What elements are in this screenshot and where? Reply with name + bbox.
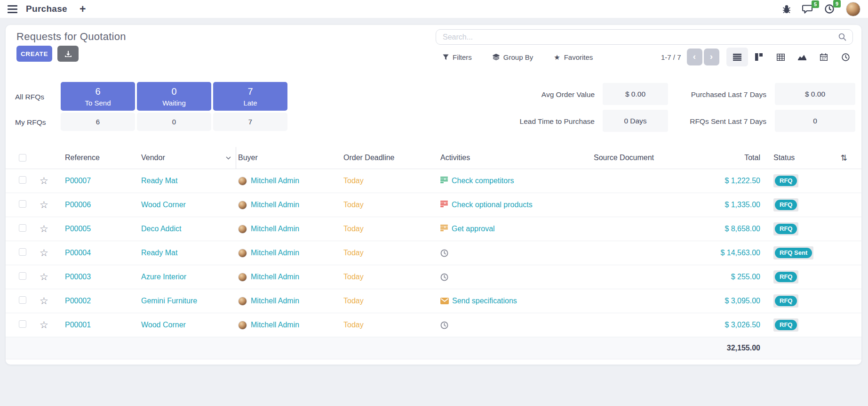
table-row[interactable]: ☆ P00001 Wood Corner Mitchell Admin Toda… — [6, 313, 861, 337]
plus-icon[interactable]: + — [80, 4, 86, 15]
menu-icon[interactable] — [6, 3, 19, 15]
kpi-my-to-send[interactable]: 6 — [61, 113, 135, 131]
favorite-star-icon[interactable]: ☆ — [40, 296, 48, 306]
activity-clock-icon[interactable] — [440, 249, 448, 257]
vendor-link[interactable]: Wood Corner — [139, 201, 236, 209]
create-button[interactable]: CREATE — [16, 46, 52, 62]
activity-label[interactable]: Get approval — [452, 225, 495, 233]
favorite-star-icon[interactable]: ☆ — [40, 176, 48, 186]
table-row[interactable]: ☆ P00007 Ready Mat Mitchell Admin Today … — [6, 169, 861, 193]
activity-list-icon[interactable] — [440, 225, 448, 233]
bug-icon[interactable] — [782, 5, 791, 14]
list-view-button[interactable] — [726, 48, 748, 66]
favorites-button[interactable]: ★ Favorites — [554, 53, 593, 61]
pivot-view-button[interactable] — [770, 48, 791, 66]
buyer-link[interactable]: Mitchell Admin — [251, 321, 299, 329]
reference-link[interactable]: P00003 — [63, 273, 139, 281]
total-amount: $ 14,563.00 — [657, 249, 762, 257]
vendor-link[interactable]: Deco Addict — [139, 225, 236, 233]
select-all-checkbox[interactable] — [19, 154, 26, 162]
buyer-avatar — [238, 321, 247, 330]
kpi-to-send[interactable]: 6 To Send — [61, 82, 135, 111]
vendor-link[interactable]: Ready Mat — [139, 177, 236, 185]
row-checkbox[interactable] — [19, 296, 26, 304]
filters-button[interactable]: Filters — [443, 53, 472, 61]
optional-columns-icon[interactable]: ⇅ — [823, 147, 851, 169]
order-deadline: Today — [342, 177, 438, 185]
vendor-link[interactable]: Ready Mat — [139, 249, 236, 257]
activity-label[interactable]: Check competitors — [452, 177, 514, 185]
favorite-star-icon[interactable]: ☆ — [40, 272, 48, 282]
col-vendor[interactable]: Vendor — [139, 147, 236, 169]
buyer-link[interactable]: Mitchell Admin — [251, 249, 299, 257]
table-row[interactable]: ☆ P00005 Deco Addict Mitchell Admin Toda… — [6, 217, 861, 241]
table-row[interactable]: ☆ P00002 Gemini Furniture Mitchell Admin… — [6, 289, 861, 313]
buyer-link[interactable]: Mitchell Admin — [251, 177, 299, 185]
search-icon[interactable] — [838, 33, 846, 41]
row-checkbox[interactable] — [19, 224, 26, 232]
favorite-star-icon[interactable]: ☆ — [40, 248, 48, 258]
kpi-my-late[interactable]: 7 — [213, 113, 287, 131]
buyer-link[interactable]: Mitchell Admin — [251, 297, 299, 305]
vendor-link[interactable]: Gemini Furniture — [139, 297, 236, 305]
search-input[interactable] — [436, 33, 838, 41]
vendor-link[interactable]: Azure Interior — [139, 273, 236, 281]
table-row[interactable]: ☆ P00006 Wood Corner Mitchell Admin Toda… — [6, 193, 861, 217]
calendar-view-button[interactable] — [813, 48, 835, 66]
vendor-link[interactable]: Wood Corner — [139, 321, 236, 329]
pivot-view-icon — [777, 54, 785, 61]
kanban-view-button[interactable] — [748, 48, 770, 66]
row-checkbox[interactable] — [19, 200, 26, 208]
col-source[interactable]: Source Document — [591, 147, 657, 169]
messages-badge: 5 — [812, 0, 819, 8]
messages-icon[interactable]: 5 — [802, 4, 813, 14]
group-by-button[interactable]: Group By — [493, 53, 533, 61]
pager-prev-button[interactable]: ‹ — [687, 49, 702, 65]
col-activities[interactable]: Activities — [438, 147, 591, 169]
kpi-waiting-label: Waiting — [137, 97, 211, 107]
activity-clock-icon[interactable] — [440, 321, 448, 329]
export-button[interactable] — [57, 46, 79, 62]
col-buyer[interactable]: Buyer — [236, 147, 342, 169]
kpi-my-waiting[interactable]: 0 — [137, 113, 211, 131]
col-status[interactable]: Status — [762, 147, 823, 169]
kpi-waiting[interactable]: 0 Waiting — [137, 82, 211, 111]
col-total[interactable]: Total — [657, 147, 762, 169]
chevron-down-icon — [226, 156, 231, 160]
buyer-link[interactable]: Mitchell Admin — [251, 201, 299, 209]
row-checkbox[interactable] — [19, 248, 26, 256]
favorite-star-icon[interactable]: ☆ — [40, 320, 48, 330]
user-avatar[interactable] — [846, 2, 860, 16]
buyer-link[interactable]: Mitchell Admin — [251, 225, 299, 233]
buyer-link[interactable]: Mitchell Admin — [251, 273, 299, 281]
activity-clock-icon[interactable] — [440, 273, 448, 281]
reference-link[interactable]: P00006 — [63, 201, 139, 209]
reference-link[interactable]: P00005 — [63, 225, 139, 233]
col-reference[interactable]: Reference — [63, 147, 139, 169]
reference-link[interactable]: P00004 — [63, 249, 139, 257]
table-row[interactable]: ☆ P00003 Azure Interior Mitchell Admin T… — [6, 265, 861, 289]
activity-view-button[interactable] — [835, 48, 856, 66]
activity-list-icon[interactable] — [440, 201, 448, 209]
col-deadline[interactable]: Order Deadline — [342, 147, 438, 169]
activities-clock-icon[interactable]: 9 — [824, 4, 835, 14]
row-checkbox[interactable] — [19, 320, 26, 328]
app-name[interactable]: Purchase — [26, 4, 67, 14]
activity-list-icon[interactable] — [440, 177, 448, 185]
row-checkbox[interactable] — [19, 176, 26, 184]
activity-label[interactable]: Check optional products — [452, 201, 533, 209]
reference-link[interactable]: P00007 — [63, 177, 139, 185]
favorite-star-icon[interactable]: ☆ — [40, 200, 48, 210]
pager-next-button[interactable]: › — [704, 49, 719, 65]
status-badge: RFQ — [775, 272, 797, 282]
reference-link[interactable]: P00001 — [63, 321, 139, 329]
activity-label[interactable]: Send specifications — [452, 297, 517, 305]
row-checkbox[interactable] — [19, 272, 26, 280]
kpi-late[interactable]: 7 Late — [213, 82, 287, 111]
activity-mail-icon[interactable] — [440, 298, 449, 304]
reference-link[interactable]: P00002 — [63, 297, 139, 305]
table-row[interactable]: ☆ P00004 Ready Mat Mitchell Admin Today … — [6, 241, 861, 265]
table-header-row: Reference Vendor Buyer Order Deadline Ac… — [6, 147, 861, 169]
favorite-star-icon[interactable]: ☆ — [40, 224, 48, 234]
graph-view-button[interactable] — [791, 48, 813, 66]
